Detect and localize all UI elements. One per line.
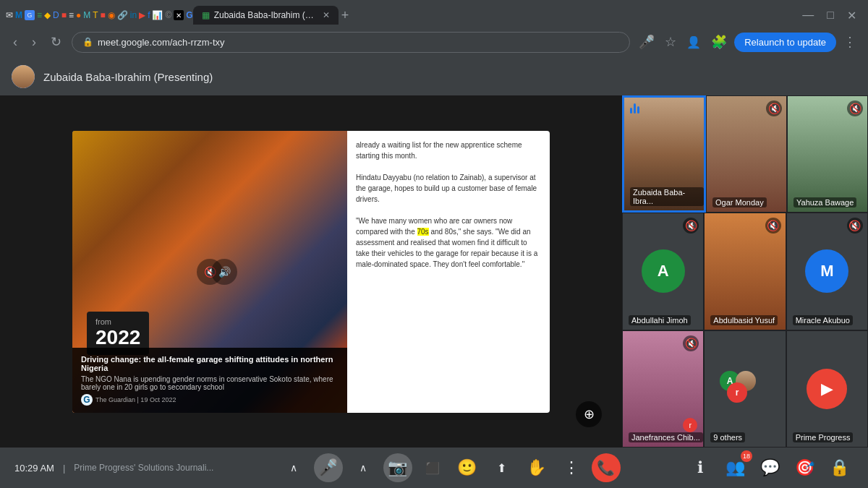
extensions-icon[interactable]: 🧩 — [708, 31, 730, 53]
janefrances-name-label: Janefrances Chib... — [629, 432, 703, 442]
relaunch-button[interactable]: Relaunch to update — [734, 33, 836, 52]
slide-from-text: from — [95, 317, 140, 326]
slide-source: The Guardian | 19 Oct 2022 — [95, 396, 176, 403]
prime-name-label: Prime Progress — [793, 432, 854, 442]
slide-image: 🔇 🔊 from 2022 Driving change: the all-fe… — [72, 131, 347, 413]
info-button[interactable]: ℹ — [686, 453, 715, 482]
raise-hand-button[interactable]: ✋ — [522, 453, 551, 482]
tab-close[interactable]: ✕ — [323, 10, 330, 20]
url-text: meet.google.com/ach-rrzm-txy — [98, 37, 225, 48]
abdulbasid-name-label: Abdulbasid Yusuf — [710, 315, 778, 325]
miracle-avatar: M — [805, 249, 848, 293]
end-call-button[interactable]: 📞 — [592, 453, 621, 482]
captions-button[interactable]: ⬛ — [418, 453, 447, 482]
mic-chevron-button[interactable]: ∧ — [279, 453, 308, 482]
presenter-avatar — [12, 65, 35, 88]
bottom-center-controls: ∧ 🎤 ∧ 📷 ⬛ 🙂 ⬆ ✋ ⋮ 📞 — [279, 453, 621, 482]
slide-year: 2022 — [95, 326, 140, 349]
emoji-button[interactable]: 🙂 — [453, 453, 482, 482]
security-icon: 🔒 — [82, 37, 93, 47]
meeting-title: Prime Progress' Solutions Journali... — [74, 463, 213, 473]
slide-headline-sub: The NGO Nana is upending gender norms in… — [81, 375, 339, 391]
others-avatars: A r — [720, 371, 770, 407]
highlight-70s: 70s — [417, 228, 429, 236]
participant-tile-janefrances: r 🔇 Janefrances Chib... — [622, 330, 704, 448]
abdullahi-mute-icon: 🔇 — [683, 218, 699, 234]
close-button[interactable]: ✕ — [841, 7, 862, 24]
prime-logo: ▶ — [807, 369, 847, 409]
tab-title: Zubaida Baba-Ibrahim (Presenting) — [214, 10, 315, 20]
slide-headline: Driving change: the all-female garage sh… — [72, 348, 347, 413]
more-options-button[interactable]: ⋮ — [557, 453, 586, 482]
slide-source-row: G The Guardian | 19 Oct 2022 — [81, 394, 339, 406]
bar-3 — [637, 106, 639, 114]
zubaida-name-label: Zubaida Baba-Ibra... — [630, 187, 704, 206]
yahuza-name-label: Yahuza Bawage — [793, 197, 856, 207]
cam-chevron-button[interactable]: ∧ — [349, 453, 378, 482]
profile-icon[interactable]: 👤 — [684, 33, 704, 52]
back-button[interactable]: ‹ — [9, 32, 22, 53]
yahuza-mute-icon: 🔇 — [847, 100, 863, 116]
divider: | — [63, 463, 65, 474]
abdulbasid-mute-icon: 🔇 — [765, 218, 781, 234]
forward-button[interactable]: › — [27, 32, 41, 53]
presenter-name: Zubaida Baba-Ibrahim (Presenting) — [43, 71, 213, 83]
participant-tile-abdullahi: A 🔇 Abdullahi Jimoh — [622, 213, 704, 330]
present-button[interactable]: ⬆ — [488, 453, 516, 482]
others-avatar-r: r — [727, 382, 747, 403]
guardian-logo: G — [81, 394, 93, 406]
meet-bottom-bar: 10:29 AM | Prime Progress' Solutions Jou… — [0, 448, 868, 488]
chat-button[interactable]: 💬 — [755, 453, 784, 482]
ogar-name-label: Ogar Monday — [712, 197, 767, 207]
meet-app: Zubaida Baba-Ibrahim (Presenting) 🔇 — [0, 58, 868, 488]
bottom-left: 10:29 AM | Prime Progress' Solutions Jou… — [14, 463, 213, 474]
address-bar[interactable]: 🔒 meet.google.com/ach-rrzm-txy — [72, 32, 630, 53]
bar-2 — [634, 103, 636, 114]
lock-button[interactable]: 🔒 — [825, 453, 854, 482]
mute-mic-button[interactable]: 🎤 — [314, 453, 343, 482]
prime-icon: ▶ — [821, 380, 833, 398]
participant-tile-zubaida: Zubaida Baba-Ibra... — [622, 95, 706, 213]
bookmark-icon[interactable]: ☆ — [662, 31, 679, 53]
activities-button[interactable]: 🎯 — [790, 453, 819, 482]
bar-1 — [630, 108, 632, 114]
maximize-button[interactable]: □ — [821, 7, 840, 24]
minimize-button[interactable]: — — [796, 7, 820, 24]
new-tab-button[interactable]: + — [341, 8, 349, 23]
participant-tile-miracle: M 🔇 Miracle Akubuo — [786, 213, 868, 330]
participant-tile-yahuza: 🔇 Yahuza Bawage — [787, 95, 868, 213]
active-tab[interactable]: ▦ Zubaida Baba-Ibrahim (Presenting) ✕ — [193, 6, 339, 25]
others-name-label: 9 others — [710, 432, 745, 442]
microphone-icon[interactable]: 🎤 — [636, 31, 658, 53]
meeting-time: 10:29 AM — [14, 463, 54, 474]
slide-body-text: already a waiting list for the new appre… — [356, 140, 541, 270]
miracle-mute-icon: 🔇 — [847, 218, 863, 234]
toolbar-right: 🎤 ☆ 👤 🧩 Relaunch to update ⋮ — [636, 31, 859, 53]
menu-icon[interactable]: ⋮ — [841, 31, 859, 53]
browser-chrome: ✉ M G ≡ ◆ D ■ ≡ ● M T ■ ◉ 🔗 in ▶ f 📊 © ✕… — [0, 0, 868, 58]
participants-row-2: A 🔇 Abdullahi Jimoh 🔇 Abdulbasid Yusuf M — [622, 213, 868, 330]
bottom-right-controls: ℹ 👥 18 💬 🎯 🔒 — [686, 453, 854, 482]
slide-content: already a waiting list for the new appre… — [347, 131, 550, 413]
participant-tile-others: A r 9 others — [704, 330, 786, 448]
mute-cam-button[interactable]: 📷 — [383, 453, 412, 482]
meet-favicon: ▦ — [202, 10, 210, 20]
tab-bar: ✉ M G ≡ ◆ D ■ ≡ ● M T ■ ◉ 🔗 in ▶ f 📊 © ✕… — [0, 0, 868, 26]
meet-main: 🔇 🔊 from 2022 Driving change: the all-fe… — [0, 95, 868, 448]
slide-headline-title: Driving change: the all-female garage sh… — [81, 355, 339, 372]
presentation-area: 🔇 🔊 from 2022 Driving change: the all-fe… — [0, 95, 622, 448]
ogar-mute-icon: 🔇 — [766, 100, 782, 116]
favicon-row: ✉ M G ≡ ◆ D ■ ≡ ● M T ■ ◉ 🔗 in ▶ f 📊 © ✕… — [6, 10, 193, 20]
participant-tile-prime: ▶ Prime Progress — [786, 330, 868, 448]
participant-tile-abdulbasid: 🔇 Abdulbasid Yusuf — [704, 213, 786, 330]
janefrances-r-badge: r — [683, 418, 697, 432]
refresh-button[interactable]: ↻ — [46, 31, 66, 53]
zoom-button[interactable]: ⊕ — [576, 401, 602, 427]
participants-row-1: Zubaida Baba-Ibra... 🔇 Ogar Monday 🔇 Yah… — [622, 95, 868, 213]
janefrances-mute-icon: 🔇 — [683, 335, 699, 351]
people-btn-wrap: 👥 18 — [720, 453, 749, 482]
slide-volume-icon: 🔊 — [218, 266, 231, 278]
abdullahi-name-label: Abdullahi Jimoh — [629, 315, 691, 325]
meet-header: Zubaida Baba-Ibrahim (Presenting) — [0, 58, 868, 95]
browser-toolbar: ‹ › ↻ 🔒 meet.google.com/ach-rrzm-txy 🎤 ☆… — [0, 26, 868, 58]
